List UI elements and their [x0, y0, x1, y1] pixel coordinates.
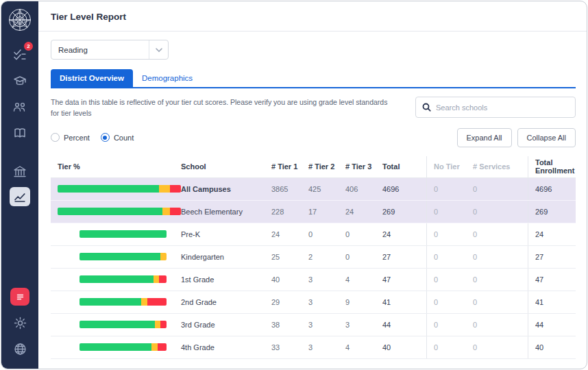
table-body: All Campuses 3865 425 406 4696 0 0 4696 …	[51, 178, 576, 359]
services-cell: 0	[473, 269, 528, 291]
tier-distribution-bar	[79, 343, 167, 351]
tier1-count-cell: 3865	[271, 178, 308, 200]
tier-distribution-bar	[58, 185, 181, 193]
tier3-count-cell: 4	[345, 269, 382, 291]
total-cell: 27	[382, 246, 426, 268]
tier2-count-cell: 3	[308, 336, 345, 358]
services-cell: 0	[473, 314, 528, 336]
subject-dropdown[interactable]: Reading	[51, 40, 169, 60]
radio-percent-label: Percent	[64, 134, 90, 142]
collapse-all-button[interactable]: Collapse All	[517, 128, 576, 147]
tier3-count-cell: 0	[345, 246, 382, 268]
line-chart-icon	[14, 191, 26, 202]
tier-distribution-bar	[79, 253, 167, 260]
column-header: # Tier 1	[271, 156, 308, 177]
table-row[interactable]: Pre-K 24 0 0 24 0 0 24	[51, 223, 576, 246]
table-row[interactable]: 4th Grade 33 3 4 40 0 0 40	[51, 336, 576, 359]
enrollment-cell: 269	[528, 201, 576, 223]
no-tier-cell: 0	[426, 314, 473, 336]
no-tier-cell: 0	[426, 178, 473, 200]
tier3-bar-segment	[170, 185, 181, 193]
chevron-down-icon	[149, 40, 168, 59]
tier2-count-cell: 2	[308, 246, 345, 268]
total-cell: 47	[382, 269, 426, 291]
tier-distribution-bar	[58, 208, 181, 215]
tier2-bar-segment	[160, 253, 167, 260]
sidebar-item-school[interactable]	[8, 161, 32, 182]
no-tier-cell: 0	[426, 269, 473, 291]
table-row[interactable]: Kindergarten 25 2 0 27 0 0 27	[51, 246, 576, 269]
radio-count[interactable]: Count	[101, 133, 134, 142]
expand-all-button[interactable]: Expand All	[457, 128, 512, 147]
school-cell: Beech Elementary	[181, 201, 271, 223]
tier1-bar-segment	[79, 230, 167, 238]
tier-bar-cell	[51, 201, 181, 223]
book-icon	[13, 127, 27, 139]
tier2-bar-segment	[159, 185, 170, 193]
tier1-count-cell: 40	[271, 269, 308, 291]
radio-percent[interactable]: Percent	[51, 133, 90, 142]
table-row[interactable]: Beech Elementary 228 17 24 269 0 0 269	[51, 201, 576, 223]
app-logo[interactable]	[8, 8, 32, 32]
school-building-icon	[13, 165, 27, 178]
total-cell: 41	[382, 291, 426, 313]
tier2-count-cell: 0	[308, 223, 345, 245]
tier-bar-cell	[51, 291, 181, 313]
column-header: # Tier 3	[345, 156, 382, 177]
tier1-bar-segment	[79, 275, 154, 283]
tier1-bar-segment	[58, 208, 162, 215]
sidebar-item-assessments[interactable]: 2	[8, 45, 32, 65]
sidebar-item-settings[interactable]	[8, 312, 32, 333]
tier2-count-cell: 3	[308, 291, 345, 313]
sidebar-item-students[interactable]	[8, 71, 32, 91]
tier2-bar-segment	[154, 275, 159, 283]
tier3-bar-segment	[160, 321, 167, 328]
table-row[interactable]: 1st Grade 40 3 4 47 0 0 47	[51, 269, 576, 291]
tier3-count-cell: 0	[345, 223, 382, 245]
tier-bar-cell	[51, 223, 181, 245]
tier1-count-cell: 33	[271, 336, 308, 358]
enrollment-cell: 44	[528, 314, 576, 336]
total-cell: 24	[382, 223, 426, 245]
radio-dot	[51, 133, 60, 142]
column-header: No Tier	[426, 156, 473, 177]
tier2-bar-segment	[141, 298, 147, 306]
services-cell: 0	[473, 336, 528, 358]
tab-district-overview[interactable]: District Overview	[51, 69, 133, 87]
services-cell: 0	[473, 291, 528, 313]
tier1-count-cell: 38	[271, 314, 308, 336]
school-cell: 2nd Grade	[181, 291, 271, 313]
tier2-count-cell: 425	[308, 178, 345, 200]
sidebar-item-reports[interactable]	[10, 187, 30, 206]
search-icon	[422, 103, 431, 112]
tier-distribution-bar	[79, 321, 167, 328]
tier-distribution-bar	[79, 275, 167, 283]
double-check-icon	[13, 49, 27, 61]
table-row[interactable]: 2nd Grade 29 3 9 41 0 0 41	[51, 291, 576, 314]
search-input[interactable]	[436, 103, 569, 112]
search-box	[415, 97, 576, 118]
column-header: # Services	[473, 156, 528, 177]
table-row[interactable]: All Campuses 3865 425 406 4696 0 0 4696	[51, 178, 576, 201]
tier1-bar-segment	[79, 298, 141, 306]
services-cell: 0	[473, 246, 528, 268]
enrollment-cell: 24	[528, 223, 576, 245]
enrollment-cell: 27	[528, 246, 576, 268]
no-tier-cell: 0	[426, 291, 473, 313]
column-header: # Tier 2	[308, 156, 345, 177]
sidebar-item-library[interactable]	[8, 123, 32, 143]
tier1-count-cell: 25	[271, 246, 308, 268]
tier1-bar-segment	[79, 321, 155, 328]
tier1-bar-segment	[79, 343, 151, 351]
tier2-bar-segment	[151, 343, 158, 351]
tier3-count-cell: 24	[345, 201, 382, 223]
tab-demographics[interactable]: Demographics	[133, 69, 201, 87]
sidebar-item-groups[interactable]	[8, 97, 32, 117]
sidebar-item-language[interactable]	[8, 338, 32, 359]
table-row[interactable]: 3rd Grade 38 3 3 44 0 0 44	[51, 314, 576, 336]
tier3-count-cell: 4	[345, 336, 382, 358]
tier2-bar-segment	[162, 208, 170, 215]
tier2-bar-segment	[155, 321, 161, 328]
sidebar-item-chat[interactable]	[8, 286, 32, 307]
enrollment-cell: 40	[528, 336, 576, 358]
